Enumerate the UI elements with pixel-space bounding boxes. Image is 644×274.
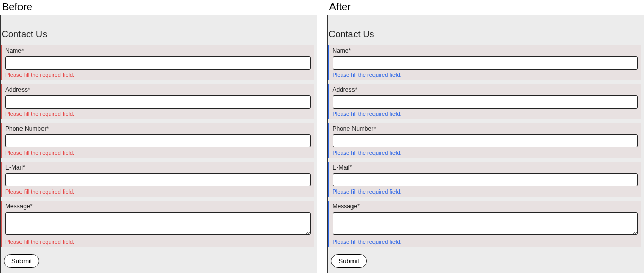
address-input[interactable] [5, 95, 311, 109]
error-email: Please fill the required field. [333, 188, 638, 195]
error-phone: Please fill the required field. [333, 150, 638, 156]
label-message: Message* [5, 203, 311, 210]
field-group-phone: Phone Number* Please fill the required f… [1, 123, 314, 158]
label-name: Name* [333, 47, 638, 54]
field-group-message: Message* Please fill the required field. [328, 201, 641, 247]
field-group-address: Address* Please fill the required field. [1, 84, 314, 119]
label-name: Name* [5, 47, 311, 54]
submit-button[interactable]: Submit [4, 254, 39, 268]
submit-wrap: Submit [328, 251, 641, 268]
message-textarea[interactable] [5, 212, 311, 235]
phone-input[interactable] [333, 134, 638, 147]
error-message: Please fill the required field. [333, 239, 638, 245]
error-address: Please fill the required field. [5, 111, 311, 117]
field-group-email: E-Mail* Please fill the required field. [328, 162, 641, 197]
error-address: Please fill the required field. [333, 111, 638, 117]
label-phone: Phone Number* [5, 125, 311, 132]
label-email: E-Mail* [333, 164, 638, 171]
before-form-heading: Contact Us [2, 15, 314, 45]
error-name: Please fill the required field. [333, 72, 638, 78]
email-input[interactable] [333, 173, 638, 186]
error-message: Please fill the required field. [5, 239, 311, 245]
field-group-name: Name* Please fill the required field. [328, 45, 641, 80]
after-panel: Contact Us Name* Please fill the require… [327, 15, 645, 273]
label-address: Address* [333, 86, 638, 93]
after-form-heading: Contact Us [329, 15, 641, 45]
field-group-address: Address* Please fill the required field. [328, 84, 641, 119]
before-title: Before [0, 0, 317, 15]
label-address: Address* [5, 86, 311, 93]
submit-button[interactable]: Submit [331, 254, 367, 268]
label-email: E-Mail* [5, 164, 311, 171]
field-group-message: Message* Please fill the required field. [1, 201, 314, 247]
field-group-email: E-Mail* Please fill the required field. [1, 162, 314, 197]
before-panel: Contact Us Name* Please fill the require… [0, 15, 317, 273]
name-input[interactable] [333, 56, 638, 70]
address-input[interactable] [333, 95, 638, 109]
name-input[interactable] [5, 56, 311, 70]
after-column: After Contact Us Name* Please fill the r… [327, 0, 645, 273]
error-phone: Please fill the required field. [5, 150, 311, 156]
phone-input[interactable] [5, 134, 311, 147]
message-textarea[interactable] [333, 212, 638, 235]
field-group-name: Name* Please fill the required field. [1, 45, 314, 80]
error-email: Please fill the required field. [5, 188, 311, 195]
email-input[interactable] [5, 173, 311, 186]
field-group-phone: Phone Number* Please fill the required f… [328, 123, 641, 158]
before-column: Before Contact Us Name* Please fill the … [0, 0, 317, 273]
error-name: Please fill the required field. [5, 72, 311, 78]
label-phone: Phone Number* [333, 125, 638, 132]
label-message: Message* [333, 203, 638, 210]
after-title: After [327, 0, 645, 15]
submit-wrap: Submit [1, 251, 314, 268]
